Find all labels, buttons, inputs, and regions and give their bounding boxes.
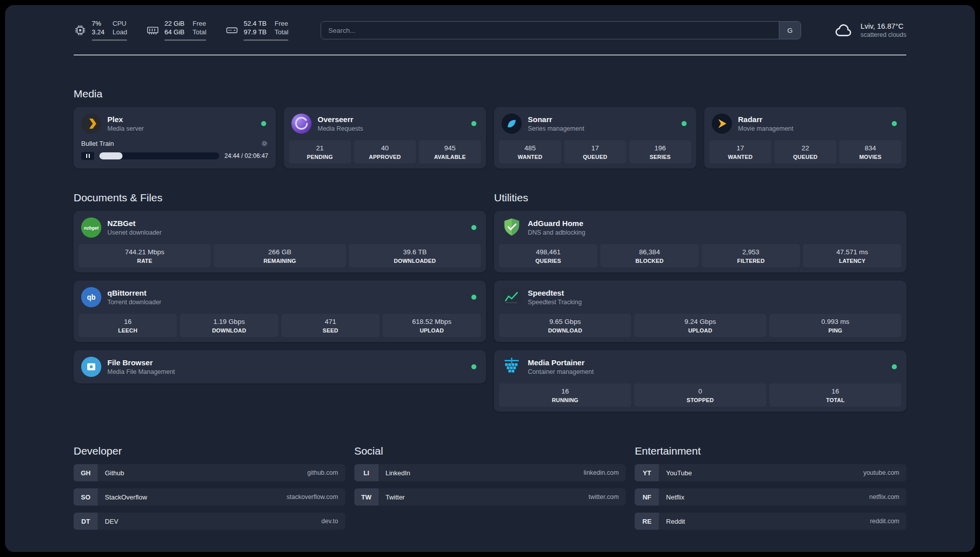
filebrowser-status-dot bbox=[471, 364, 476, 369]
bookmark-name: DEV bbox=[105, 518, 118, 525]
qbittorrent-header[interactable]: qb qBittorrent Torrent downloader bbox=[79, 286, 481, 309]
card-adguard[interactable]: AdGuard Home DNS and adblocking 498,461 … bbox=[494, 211, 906, 272]
cpu-load-value: 3.24 bbox=[92, 28, 104, 36]
bookmark-name: YouTube bbox=[666, 469, 692, 477]
filebrowser-header[interactable]: File Browser Media File Management bbox=[79, 355, 481, 378]
radarr-header[interactable]: Radarr Movie management bbox=[709, 112, 901, 135]
cloud-icon bbox=[833, 22, 854, 38]
section-utilities: Utilities AdGuard Home bbox=[494, 192, 906, 412]
bookmark-name: Github bbox=[105, 469, 124, 477]
cpu-usage-label: CPU bbox=[112, 20, 127, 28]
bookmark-dev[interactable]: DT DEV dev.to bbox=[74, 513, 345, 530]
stat-upload: 618.52 Mbps UPLOAD bbox=[383, 314, 481, 337]
plex-header[interactable]: Plex Media server bbox=[79, 112, 271, 135]
adguard-name: AdGuard Home bbox=[528, 219, 899, 228]
section-media: Media Plex Media server Bullet Train bbox=[74, 88, 906, 169]
card-filebrowser[interactable]: File Browser Media File Management bbox=[74, 350, 486, 383]
stat-ping: 0.993 ms PING bbox=[769, 314, 901, 337]
plex-now-playing: Bullet Train 24:44 / 0 bbox=[79, 140, 271, 161]
memory-progress-bar bbox=[164, 39, 206, 41]
speedtest-subtitle: Speedtest Tracking bbox=[528, 299, 899, 306]
cpu-load-label: Load bbox=[112, 28, 127, 36]
bookmark-reddit[interactable]: RE Reddit reddit.com bbox=[635, 513, 906, 530]
stat-remaining: 266 GB REMAINING bbox=[214, 244, 346, 267]
disk-total-label: Total bbox=[275, 28, 288, 36]
memory-free-label: Free bbox=[193, 20, 206, 28]
nzbget-name: NZBGet bbox=[107, 219, 465, 228]
qbittorrent-name: qBittorrent bbox=[107, 289, 465, 297]
stat-downloaded: 39.6 TB DOWNLOADED bbox=[349, 244, 481, 267]
playback-progress-bar[interactable] bbox=[99, 152, 219, 159]
disk-free-label: Free bbox=[275, 20, 288, 28]
bookmark-stackoverflow[interactable]: SO StackOverflow stackoverflow.com bbox=[74, 488, 345, 506]
stat-download: 9.65 Gbps DOWNLOAD bbox=[499, 314, 631, 337]
speedtest-icon bbox=[502, 287, 522, 307]
speedtest-header[interactable]: Speedtest Speedtest Tracking bbox=[499, 286, 901, 309]
bookmark-abbr: LI bbox=[354, 464, 379, 481]
card-sonarr[interactable]: Sonarr Series management 485 WANTED 17 Q… bbox=[494, 107, 696, 169]
stat-filtered: 2,953 FILTERED bbox=[702, 244, 800, 267]
plex-subtitle: Media server bbox=[107, 125, 255, 132]
disk-total-value: 97.9 TB bbox=[243, 28, 266, 36]
entertainment-section-title: Entertainment bbox=[635, 445, 906, 457]
adguard-subtitle: DNS and adblocking bbox=[528, 229, 899, 236]
card-qbittorrent[interactable]: qb qBittorrent Torrent downloader 16 LEE… bbox=[74, 281, 486, 342]
utilities-section-title: Utilities bbox=[494, 192, 906, 204]
bookmark-url: linkedin.com bbox=[584, 469, 619, 476]
filebrowser-icon bbox=[81, 357, 101, 377]
bookmark-url: reddit.com bbox=[870, 518, 899, 525]
card-radarr[interactable]: Radarr Movie management 17 WANTED 22 QUE… bbox=[704, 107, 906, 169]
stat-movies: 834 MOVIES bbox=[839, 140, 901, 163]
card-speedtest[interactable]: Speedtest Speedtest Tracking 9.65 Gbps D… bbox=[494, 281, 906, 342]
stat-queries: 498,461 QUERIES bbox=[499, 244, 597, 267]
weather-widget: Lviv, 16.87°C scattered clouds bbox=[833, 22, 906, 38]
stat-queued: 22 QUEUED bbox=[774, 140, 836, 163]
card-plex[interactable]: Plex Media server Bullet Train bbox=[74, 107, 276, 169]
stat-pending: 21 PENDING bbox=[289, 140, 351, 163]
bookmark-linkedin[interactable]: LI LinkedIn linkedin.com bbox=[354, 464, 626, 481]
bookmark-twitter[interactable]: TW Twitter twitter.com bbox=[354, 488, 626, 506]
stat-running: 16 RUNNING bbox=[499, 383, 631, 407]
disk-progress-bar bbox=[243, 39, 288, 41]
filebrowser-name: File Browser bbox=[107, 358, 465, 367]
playback-time: 24:44 / 02:06:47 bbox=[224, 152, 268, 159]
bookmark-github[interactable]: GH Github github.com bbox=[74, 464, 345, 481]
player-settings-gear-icon[interactable] bbox=[261, 140, 268, 147]
svg-text:nzbget: nzbget bbox=[84, 226, 99, 231]
stat-rate: 744.21 Mbps RATE bbox=[79, 244, 211, 267]
bookmark-abbr: YT bbox=[635, 464, 659, 481]
overseerr-header[interactable]: Overseerr Media Requests bbox=[289, 112, 481, 135]
stat-available: 945 AVAILABLE bbox=[419, 140, 481, 163]
card-overseerr[interactable]: Overseerr Media Requests 21 PENDING 40 A… bbox=[284, 107, 486, 169]
portainer-subtitle: Container management bbox=[528, 368, 886, 375]
weather-location: Lviv, 16.87°C bbox=[861, 22, 906, 30]
stat-queued: 17 QUEUED bbox=[564, 140, 626, 163]
bookmark-name: Twitter bbox=[386, 493, 405, 501]
bookmark-youtube[interactable]: YT YouTube youtube.com bbox=[635, 464, 906, 481]
sonarr-header[interactable]: Sonarr Series management bbox=[499, 112, 691, 135]
portainer-header[interactable]: Media Portainer Container management bbox=[499, 355, 901, 378]
adguard-header[interactable]: AdGuard Home DNS and adblocking bbox=[499, 216, 901, 239]
cpu-progress-bar bbox=[92, 39, 127, 41]
overseerr-status-dot bbox=[471, 121, 476, 126]
filebrowser-subtitle: Media File Management bbox=[107, 368, 465, 375]
bookmark-url: stackoverflow.com bbox=[287, 493, 338, 500]
bookmark-name: LinkedIn bbox=[386, 469, 410, 477]
card-portainer[interactable]: Media Portainer Container management 16 … bbox=[494, 350, 906, 412]
bookmark-netflix[interactable]: NF Netflix netflix.com bbox=[635, 488, 906, 506]
qbittorrent-icon: qb bbox=[81, 287, 101, 307]
bookmark-abbr: TW bbox=[354, 488, 379, 506]
card-nzbget[interactable]: nzbget NZBGet Usenet downloader 744.21 M… bbox=[74, 211, 486, 272]
nzbget-header[interactable]: nzbget NZBGet Usenet downloader bbox=[79, 216, 481, 239]
nzbget-status-dot bbox=[471, 225, 476, 230]
search-input[interactable] bbox=[321, 22, 779, 39]
qbittorrent-subtitle: Torrent downloader bbox=[107, 299, 465, 306]
radarr-status-dot bbox=[892, 121, 897, 126]
cpu-usage-value: 7% bbox=[92, 20, 104, 28]
pause-button[interactable] bbox=[81, 152, 94, 160]
cpu-widget: 7% CPU 3.24 Load bbox=[74, 20, 127, 41]
portainer-name: Media Portainer bbox=[528, 358, 886, 367]
top-bar: 7% CPU 3.24 Load 22 GiB Free 64 GiB Tota… bbox=[74, 18, 906, 42]
search-provider-button[interactable]: G bbox=[779, 22, 801, 39]
memory-total-value: 64 GiB bbox=[164, 28, 185, 36]
